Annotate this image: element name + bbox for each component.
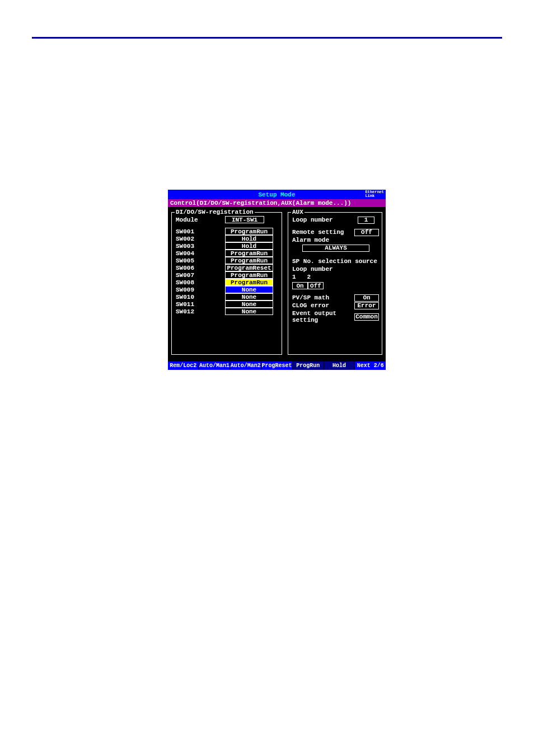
sp-toggle: On Off <box>292 282 379 289</box>
sw-row: SW012None <box>176 308 279 315</box>
sw-field[interactable]: Hold <box>225 242 273 250</box>
sw-field[interactable]: ProgramRun <box>225 271 273 279</box>
clog-error-field[interactable]: Error <box>354 302 379 309</box>
panel-title-right: AUX <box>291 209 305 215</box>
softkey[interactable]: Auto/Man1 <box>199 361 231 370</box>
softkey[interactable]: ProgRun <box>293 361 324 370</box>
remote-setting-label: Remote setting <box>292 229 354 236</box>
sw-list: SW001ProgramRunSW002HoldSW003HoldSW004Pr… <box>176 228 279 315</box>
module-label: Module <box>176 217 209 223</box>
sw-label: SW005 <box>176 257 209 264</box>
softkey[interactable]: Rem/Loc2 <box>168 361 199 370</box>
softkey-bar: Rem/Loc2Auto/Man1Auto/Man2ProgResetProgR… <box>168 361 386 370</box>
sw-row: SW007ProgramRun <box>176 271 279 279</box>
pvsp-math-field[interactable]: On <box>354 294 379 302</box>
sw-label: SW001 <box>176 228 209 235</box>
sw-field[interactable]: ProgramReset <box>225 264 273 271</box>
title-bar: Setup Mode EthernetLink <box>168 190 386 199</box>
setup-mode-window: Setup Mode EthernetLink Control(DI/DO/SW… <box>168 190 386 370</box>
sw-label: SW010 <box>176 294 209 300</box>
window-title: Setup Mode <box>258 191 295 198</box>
softkey[interactable]: Next 2/6 <box>355 361 386 370</box>
sp-toggle-off[interactable]: Off <box>308 282 324 289</box>
softkey[interactable]: Auto/Man2 <box>230 361 261 370</box>
sw-field[interactable]: ProgramRun <box>225 279 273 286</box>
sw-row: SW003Hold <box>176 242 279 250</box>
aux-panel: AUX Loop number 1 Remote setting Off Ala… <box>288 209 382 359</box>
sw-label: SW003 <box>176 243 209 250</box>
sp-cols: 1 2 <box>292 274 311 280</box>
sw-label: SW004 <box>176 250 209 257</box>
sw-field[interactable]: ProgramRun <box>225 250 273 257</box>
loop-number-label: Loop number <box>292 217 358 223</box>
di-do-sw-panel: DI/DO/SW-registration Module INT-SW1 SW0… <box>171 209 282 359</box>
sp-selection-label: SP No. selection source <box>292 258 377 265</box>
sw-row: SW008ProgramRun <box>176 279 279 286</box>
sw-field[interactable]: Hold <box>225 235 273 242</box>
event-output-label: Event output setting <box>292 310 354 323</box>
sw-field[interactable]: None <box>225 293 273 300</box>
pvsp-math-label: PV/SP math <box>292 294 354 301</box>
sp-toggle-on[interactable]: On <box>292 282 308 289</box>
sw-row: SW009None <box>176 286 279 293</box>
sw-field[interactable]: ProgramRun <box>225 228 273 235</box>
sw-field[interactable]: None <box>225 308 273 315</box>
sw-row: SW011None <box>176 300 279 308</box>
event-output-field[interactable]: Common <box>354 313 379 321</box>
alarm-mode-label: Alarm mode <box>292 237 379 243</box>
breadcrumb-bar: Control(DI/DO/SW-registration,AUX(Alarm … <box>168 199 386 207</box>
sp-loop-label: Loop number <box>292 266 333 273</box>
content-area: DI/DO/SW-registration Module INT-SW1 SW0… <box>168 207 386 361</box>
sw-field[interactable]: None <box>225 286 273 293</box>
sw-label: SW009 <box>176 287 209 293</box>
module-field[interactable]: INT-SW1 <box>225 216 264 223</box>
sw-row: SW002Hold <box>176 235 279 242</box>
sw-label: SW008 <box>176 279 209 286</box>
sw-row: SW006ProgramReset <box>176 264 279 271</box>
remote-setting-field[interactable]: Off <box>354 229 379 236</box>
sw-row: SW005ProgramRun <box>176 257 279 264</box>
sw-label: SW012 <box>176 308 209 315</box>
sw-row: SW001ProgramRun <box>176 228 279 235</box>
ethernet-link-indicator: EthernetLink <box>365 190 384 198</box>
sw-label: SW007 <box>176 272 209 279</box>
sw-field[interactable]: None <box>225 300 273 308</box>
sw-row: SW010None <box>176 293 279 300</box>
sw-field[interactable]: ProgramRun <box>225 257 273 264</box>
sw-label: SW002 <box>176 236 209 242</box>
breadcrumb-text: Control(DI/DO/SW-registration,AUX(Alarm … <box>170 200 351 206</box>
softkey[interactable]: ProgReset <box>261 361 293 370</box>
loop-number-field[interactable]: 1 <box>358 217 374 224</box>
page-divider <box>32 37 502 39</box>
panel-title-left: DI/DO/SW-registration <box>175 209 255 215</box>
sw-label: SW006 <box>176 265 209 271</box>
alarm-mode-field[interactable]: ALWAYS <box>302 245 369 252</box>
sw-row: SW004ProgramRun <box>176 250 279 257</box>
clog-error-label: CLOG error <box>292 302 354 309</box>
softkey[interactable]: Hold <box>324 361 355 370</box>
sw-label: SW011 <box>176 301 209 308</box>
